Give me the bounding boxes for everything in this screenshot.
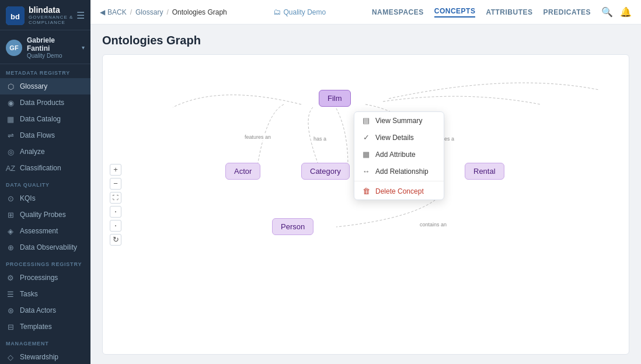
notification-icon[interactable]: 🔔: [620, 6, 632, 18]
node-film[interactable]: Film: [319, 90, 351, 107]
breadcrumb-current: Ontologies Graph: [172, 8, 227, 16]
data-products-icon: ◉: [6, 98, 15, 107]
menu-view-details[interactable]: ✓ View Details: [354, 129, 444, 146]
sidebar-item-label-quality-probes: Quality Probes: [20, 211, 66, 219]
graph-svg: [103, 55, 629, 354]
sidebar-item-label-data-products: Data Products: [20, 99, 64, 107]
graph-ctrl-dot1[interactable]: ·: [110, 206, 121, 218]
search-icon[interactable]: 🔍: [601, 6, 613, 18]
nav-attributes[interactable]: ATTRIBUTES: [486, 8, 532, 16]
sidebar-item-kqis[interactable]: ⊙KQIs: [0, 190, 90, 206]
nav-namespaces[interactable]: NAMESPACES: [372, 8, 424, 16]
sidebar-item-glossary[interactable]: ⬡Glossary: [0, 78, 90, 94]
stewardship-icon: ◇: [6, 352, 15, 362]
sidebar-item-assessment[interactable]: ◈Assessment: [0, 223, 90, 239]
section-label-management: MANAGEMENT: [0, 335, 90, 349]
menu-add-attribute[interactable]: ▦ Add Attribute: [354, 146, 444, 163]
sidebar-item-templates[interactable]: ⊟Templates: [0, 318, 90, 335]
sidebar-item-processings[interactable]: ⚙Processings: [0, 270, 90, 286]
app-logo-text: blindata GOVERNANCE & COMPLIANCE: [29, 6, 76, 25]
glossary-icon: ⬡: [6, 82, 15, 91]
quality-demo-badge: 🗂 Quality Demo: [273, 8, 326, 16]
sidebar-item-data-observability[interactable]: ⊕Data Observability: [0, 239, 90, 256]
menu-divider: [354, 181, 444, 181]
graph-ctrl-dot2[interactable]: ·: [110, 220, 121, 232]
menu-delete-concept[interactable]: 🗑 Delete Concept: [354, 183, 444, 200]
sidebar-item-label-assessment: Assessment: [20, 227, 58, 235]
node-person[interactable]: Person: [272, 218, 313, 235]
sidebar-header: bd blindata GOVERNANCE & COMPLIANCE ☰: [0, 0, 90, 30]
sidebar-item-data-flows[interactable]: ⇌Data Flows: [0, 127, 90, 144]
data-actors-icon: ⊛: [6, 306, 15, 315]
page-title: Ontologies Graph: [102, 34, 629, 47]
graph-container[interactable]: features an has a is about a makes a con…: [102, 54, 629, 355]
section-label-data-quality: DATA QUALITY: [0, 176, 90, 190]
node-category[interactable]: Category: [301, 163, 350, 180]
sidebar-item-label-data-flows: Data Flows: [20, 131, 55, 139]
section-label-metadata-registry: METADATA REGISTRY: [0, 64, 90, 78]
back-arrow-icon: ◀: [100, 8, 105, 16]
top-navigation: ◀ BACK / Glossary / Ontologies Graph 🗂 Q…: [90, 0, 641, 24]
back-button[interactable]: ◀ BACK: [100, 8, 127, 16]
add-attribute-icon: ▦: [361, 150, 371, 159]
edge-label-has: has a: [312, 135, 328, 142]
assessment-icon: ◈: [6, 226, 15, 236]
page-content: Ontologies Graph features an: [90, 24, 641, 364]
processings-icon: ⚙: [6, 273, 15, 282]
sidebar-item-label-analyze: Analyze: [20, 148, 45, 156]
svg-text:bd: bd: [11, 12, 20, 21]
section-label-processings-registry: PROCESSINGS REGISTRY: [0, 256, 90, 270]
delete-concept-icon: 🗑: [361, 187, 371, 195]
user-name: Gabriele Fantini: [27, 36, 77, 52]
avatar: GF: [6, 40, 22, 56]
view-summary-icon: ▤: [361, 116, 371, 125]
zoom-out-button[interactable]: −: [110, 178, 121, 190]
sidebar-item-analyze[interactable]: ◎Analyze: [0, 144, 90, 160]
templates-icon: ⊟: [6, 322, 15, 331]
user-section: GF Gabriele Fantini Quality Demo ▾: [0, 30, 90, 64]
graph-ctrl-reset[interactable]: ↻: [110, 234, 121, 246]
data-catalog-icon: ▦: [6, 114, 15, 124]
menu-view-summary-label: View Summary: [375, 117, 422, 125]
sidebar-item-label-glossary: Glossary: [20, 82, 47, 90]
menu-add-attribute-label: Add Attribute: [375, 150, 416, 159]
nav-concepts[interactable]: CONCEPTS: [434, 7, 476, 18]
sidebar-item-label-templates: Templates: [20, 323, 52, 331]
analyze-icon: ◎: [6, 147, 15, 156]
menu-view-details-label: View Details: [375, 134, 414, 142]
app-logo-icon: bd: [6, 6, 25, 25]
menu-add-relationship[interactable]: ↔ Add Relationship: [354, 163, 444, 180]
breadcrumb-glossary[interactable]: Glossary: [135, 8, 163, 16]
quality-probes-icon: ⊞: [6, 210, 15, 219]
back-label: BACK: [107, 8, 127, 16]
edge-label-contains: contains an: [418, 221, 448, 228]
zoom-in-button[interactable]: +: [110, 164, 121, 176]
sidebar-item-data-products[interactable]: ◉Data Products: [0, 94, 90, 111]
sidebar-item-label-classification: Classification: [20, 164, 61, 172]
sidebar-item-data-actors[interactable]: ⊛Data Actors: [0, 302, 90, 318]
tasks-icon: ☰: [6, 289, 15, 299]
sidebar-item-quality-probes[interactable]: ⊞Quality Probes: [0, 206, 90, 223]
sidebar-nav: METADATA REGISTRY⬡Glossary◉Data Products…: [0, 64, 90, 364]
breadcrumb-separator-2: /: [166, 8, 168, 16]
node-rental[interactable]: Rental: [465, 163, 504, 180]
sidebar: bd blindata GOVERNANCE & COMPLIANCE ☰ GF…: [0, 0, 90, 364]
quality-demo-label: Quality Demo: [284, 8, 326, 16]
sidebar-item-stewardship[interactable]: ◇Stewardship: [0, 349, 90, 364]
sidebar-item-tasks[interactable]: ☰Tasks: [0, 286, 90, 302]
logo-area: bd blindata GOVERNANCE & COMPLIANCE: [6, 6, 76, 25]
sidebar-item-label-processings: Processings: [20, 274, 58, 282]
sidebar-item-data-catalog[interactable]: ▦Data Catalog: [0, 111, 90, 127]
nav-icons: 🔍 🔔: [601, 6, 632, 18]
fit-button[interactable]: ⛶: [110, 192, 121, 204]
sidebar-item-classification[interactable]: AZClassification: [0, 160, 90, 176]
menu-view-summary[interactable]: ▤ View Summary: [354, 112, 444, 129]
data-observability-icon: ⊕: [6, 243, 15, 252]
menu-delete-concept-label: Delete Concept: [375, 187, 424, 195]
user-menu-chevron[interactable]: ▾: [82, 44, 85, 51]
sidebar-item-label-data-actors: Data Actors: [20, 306, 56, 314]
add-relationship-icon: ↔: [361, 167, 371, 176]
node-actor[interactable]: Actor: [225, 163, 260, 180]
nav-predicates[interactable]: PREDICATES: [544, 8, 591, 16]
sidebar-toggle[interactable]: ☰: [76, 10, 85, 21]
